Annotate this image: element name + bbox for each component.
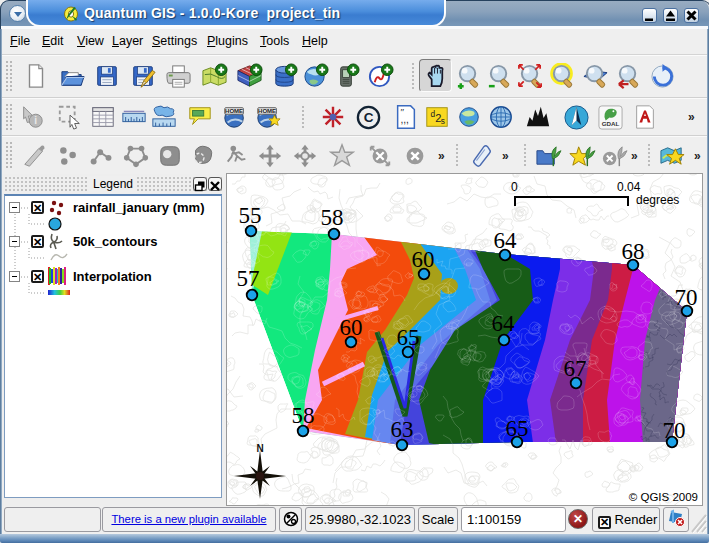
svg-text:55: 55 xyxy=(239,203,262,228)
svg-text:0: 0 xyxy=(511,180,518,194)
svg-text:63: 63 xyxy=(391,417,414,442)
svg-text:58: 58 xyxy=(292,403,315,428)
svg-text:0.04: 0.04 xyxy=(617,180,641,194)
svg-text:C: C xyxy=(364,110,374,125)
svg-text:degrees: degrees xyxy=(636,193,679,207)
svg-text:′′: ′′ xyxy=(400,107,404,117)
svg-text:HOME: HOME xyxy=(225,108,243,114)
svg-text:57: 57 xyxy=(237,266,260,291)
svg-text:s: s xyxy=(441,116,445,126)
svg-text:© QGIS 2009: © QGIS 2009 xyxy=(629,491,698,503)
svg-text:GDAL: GDAL xyxy=(602,120,620,127)
svg-text:i: i xyxy=(34,115,37,126)
svg-text:HOME: HOME xyxy=(258,108,276,114)
svg-text:58: 58 xyxy=(321,205,344,230)
svg-text:64: 64 xyxy=(492,311,516,336)
svg-text:N: N xyxy=(256,443,263,454)
